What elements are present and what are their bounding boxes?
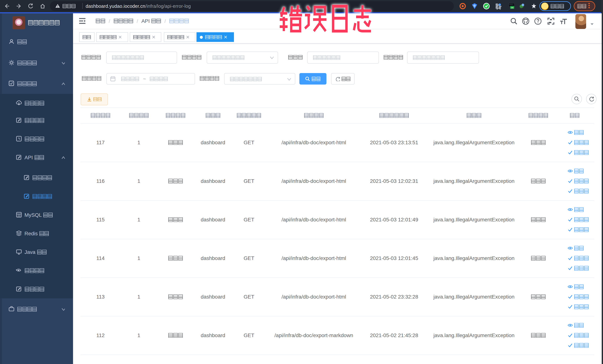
svg-text:on: on	[511, 7, 513, 9]
